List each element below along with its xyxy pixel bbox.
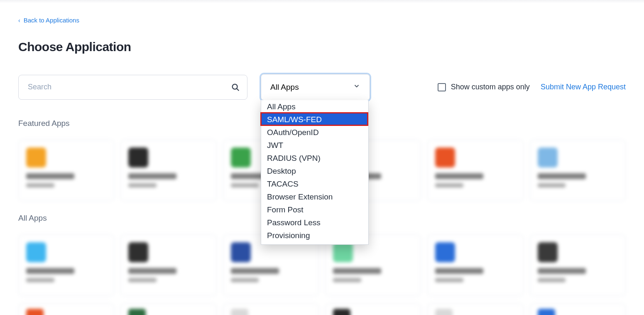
- dropdown-option[interactable]: RADIUS (VPN): [261, 152, 368, 165]
- app-icon: [26, 242, 46, 262]
- app-card[interactable]: [530, 303, 626, 315]
- app-card[interactable]: [18, 140, 114, 201]
- app-category: [128, 183, 157, 187]
- checkbox-label: Show custom apps only: [451, 83, 530, 91]
- chevron-left-icon: ‹: [18, 17, 20, 24]
- app-card[interactable]: [18, 303, 114, 315]
- dropdown-option[interactable]: TACACS: [261, 177, 368, 190]
- dropdown-option[interactable]: JWT: [261, 139, 368, 152]
- back-to-applications-link[interactable]: ‹ Back to Applications: [18, 17, 79, 24]
- app-card[interactable]: [427, 140, 523, 201]
- app-card[interactable]: [120, 234, 216, 296]
- app-icon: [231, 309, 248, 315]
- search-input[interactable]: [18, 75, 247, 100]
- app-icon: [128, 148, 148, 167]
- app-name: [231, 268, 279, 274]
- app-name: [333, 268, 381, 274]
- app-category: [538, 183, 566, 187]
- dropdown-option[interactable]: Desktop: [261, 165, 368, 177]
- app-card[interactable]: [325, 303, 421, 315]
- app-icon: [231, 148, 251, 167]
- app-category: [538, 278, 566, 282]
- submit-link-label: Submit New App Request: [541, 83, 626, 91]
- svg-point-0: [233, 84, 238, 89]
- controls-row: All Apps All AppsSAML/WS-FEDOAuth/OpenID…: [18, 74, 626, 101]
- app-card[interactable]: [530, 234, 626, 296]
- chevron-down-icon: [353, 82, 360, 92]
- app-icon: [435, 309, 453, 315]
- dropdown-option[interactable]: All Apps: [261, 100, 368, 113]
- dropdown-option[interactable]: Provisioning: [261, 229, 368, 242]
- submit-new-app-request-link[interactable]: Submit New App Request: [541, 83, 626, 91]
- app-card[interactable]: [223, 303, 319, 315]
- app-icon: [435, 148, 455, 167]
- dropdown-selected-label: All Apps: [270, 83, 299, 92]
- app-icon: [333, 242, 353, 262]
- app-card[interactable]: [530, 140, 626, 201]
- dropdown-option[interactable]: Browser Extension: [261, 190, 368, 203]
- app-category: [128, 278, 157, 282]
- right-controls: Show custom apps only Submit New App Req…: [438, 83, 626, 91]
- app-category: [333, 278, 361, 282]
- app-icon: [538, 148, 558, 167]
- app-name: [435, 268, 483, 274]
- app-name: [435, 173, 483, 179]
- app-name: [128, 268, 176, 274]
- app-name: [128, 173, 176, 179]
- dropdown-option[interactable]: SAML/WS-FED: [261, 113, 368, 126]
- app-icon: [333, 309, 350, 315]
- back-link-label: Back to Applications: [24, 17, 79, 24]
- dropdown-option[interactable]: Password Less: [261, 216, 368, 229]
- app-category: [435, 183, 463, 187]
- app-icon: [128, 242, 148, 262]
- dropdown-option[interactable]: OAuth/OpenID: [261, 126, 368, 139]
- all-apps-row-partial: [18, 303, 626, 315]
- dropdown-option[interactable]: Form Post: [261, 203, 368, 216]
- app-icon: [26, 309, 44, 315]
- app-icon: [128, 309, 146, 315]
- app-type-dropdown-menu: All AppsSAML/WS-FEDOAuth/OpenIDJWTRADIUS…: [261, 100, 369, 245]
- app-name: [538, 173, 586, 179]
- window-top-accent: [0, 0, 644, 3]
- app-category: [435, 278, 463, 282]
- app-card[interactable]: [120, 140, 216, 201]
- app-category: [231, 183, 259, 187]
- app-icon: [538, 242, 558, 262]
- app-icon: [26, 148, 46, 167]
- app-type-dropdown[interactable]: All Apps All AppsSAML/WS-FEDOAuth/OpenID…: [261, 74, 370, 101]
- app-card[interactable]: [427, 303, 523, 315]
- app-name: [26, 268, 74, 274]
- app-category: [26, 278, 54, 282]
- app-category: [26, 183, 54, 187]
- show-custom-apps-checkbox[interactable]: Show custom apps only: [438, 83, 530, 91]
- app-category: [231, 278, 259, 282]
- app-card[interactable]: [120, 303, 216, 315]
- app-name: [538, 268, 586, 274]
- app-icon: [231, 242, 251, 262]
- checkbox-icon: [438, 83, 446, 91]
- search-icon: [231, 83, 240, 92]
- app-card[interactable]: [427, 234, 523, 296]
- app-type-dropdown-button[interactable]: All Apps: [261, 74, 370, 101]
- app-name: [26, 173, 74, 179]
- page-title: Choose Application: [18, 40, 626, 54]
- app-icon: [435, 242, 455, 262]
- svg-line-1: [237, 89, 239, 91]
- app-card[interactable]: [18, 234, 114, 296]
- app-icon: [538, 309, 555, 315]
- search-wrap: [18, 75, 247, 100]
